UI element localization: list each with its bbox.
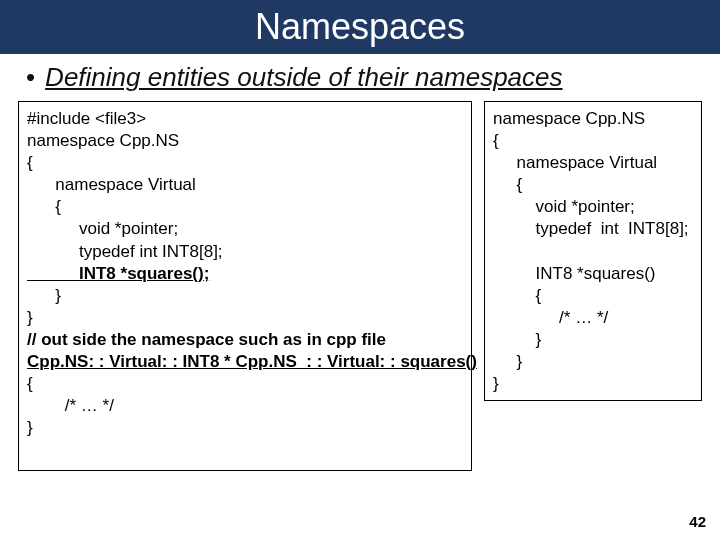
code-line: #include <file3>: [27, 109, 146, 128]
code-line: {: [493, 175, 522, 194]
code-line: namespace Cpp.NS: [27, 131, 179, 150]
code-line: /* … */: [493, 308, 608, 327]
code-line: /* … */: [27, 396, 114, 415]
code-line: typedef int INT8[8];: [493, 219, 689, 238]
code-line: {: [27, 374, 33, 393]
code-line: }: [27, 308, 33, 327]
code-line: void *pointer;: [27, 219, 178, 238]
code-line: namespace Virtual: [493, 153, 657, 172]
code-line-comment: // out side the namespace such as in cpp…: [27, 330, 386, 349]
code-line: namespace Virtual: [27, 175, 196, 194]
code-line: }: [493, 330, 541, 349]
subtitle-text: Defining entities outside of their names…: [45, 62, 562, 93]
code-line: void *pointer;: [493, 197, 635, 216]
code-line: {: [493, 131, 499, 150]
code-line: }: [493, 374, 499, 393]
code-line: typedef int INT8[8];: [27, 242, 223, 261]
code-box-left: #include <file3> namespace Cpp.NS { name…: [18, 101, 472, 471]
code-line-emph: Cpp.NS: : Virtual: : INT8 * Cpp.NS : : V…: [27, 352, 477, 371]
title-bar: Namespaces: [0, 0, 720, 54]
code-line: }: [27, 418, 33, 437]
code-box-right: namespace Cpp.NS { namespace Virtual { v…: [484, 101, 702, 401]
code-line: {: [27, 153, 33, 172]
slide-title: Namespaces: [255, 6, 465, 48]
code-line: }: [27, 286, 61, 305]
code-line-emph: INT8 *squares();: [27, 264, 209, 283]
page-number: 42: [689, 513, 706, 530]
code-line: INT8 *squares(): [493, 264, 656, 283]
code-line: {: [493, 286, 541, 305]
code-line: {: [27, 197, 61, 216]
bullet-dot: •: [26, 62, 35, 93]
subtitle-row: • Defining entities outside of their nam…: [0, 54, 720, 101]
code-line: }: [493, 352, 522, 371]
content-area: #include <file3> namespace Cpp.NS { name…: [0, 101, 720, 471]
code-line: namespace Cpp.NS: [493, 109, 645, 128]
slide: Namespaces • Defining entities outside o…: [0, 0, 720, 540]
